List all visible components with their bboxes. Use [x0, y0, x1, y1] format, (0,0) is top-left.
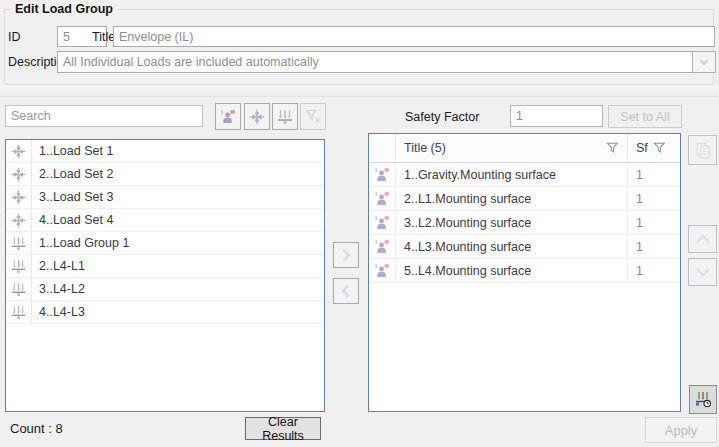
apply-button[interactable]: Apply: [645, 417, 717, 443]
load-group-icon: [11, 236, 26, 251]
list-item-label: 4..L4-L3: [32, 305, 85, 319]
chevron-left-icon: [338, 283, 354, 299]
row-title: 4..L3.Mounting surface: [396, 240, 627, 254]
set-to-all-button[interactable]: Set to All: [608, 105, 682, 128]
list-item[interactable]: 1..Load Set 1: [6, 140, 324, 163]
description-dropdown-button[interactable]: [692, 51, 716, 73]
count-label: Count : 8: [10, 421, 63, 436]
row-sf-value[interactable]: 1: [627, 187, 680, 210]
row-title: 1..Gravity.Mounting surface: [396, 168, 627, 182]
table-row[interactable]: 3..L2.Mounting surface 1: [369, 211, 680, 235]
groupbox-legend: Edit Load Group: [10, 2, 118, 16]
filter-clear-icon: [305, 109, 322, 125]
row-title: 5..L4.Mounting surface: [396, 264, 627, 278]
load-group-icon: [11, 259, 26, 274]
edit-load-group-groupbox: [4, 9, 714, 85]
list-item[interactable]: 1..Load Group 1: [6, 232, 324, 255]
list-item-label: 3..L4-L2: [32, 282, 85, 296]
copy-button[interactable]: [688, 135, 717, 165]
clear-results-button[interactable]: Clear Results: [245, 417, 321, 440]
title-field[interactable]: [113, 26, 715, 47]
row-sf-value[interactable]: 1: [627, 259, 680, 282]
load-group-filter-button[interactable]: [272, 103, 298, 130]
load-set-filter-button[interactable]: [244, 103, 270, 130]
chevron-down-icon: [697, 55, 711, 69]
list-item-label: 4..Load Set 4: [32, 213, 113, 227]
row-sf-value[interactable]: 1: [627, 235, 680, 258]
table-row[interactable]: 4..L3.Mounting surface 1: [369, 235, 680, 259]
person-load-icon: [374, 239, 390, 255]
filter-funnel-icon[interactable]: [653, 142, 666, 154]
safety-factor-input[interactable]: [510, 105, 603, 127]
table-row[interactable]: 1..Gravity.Mounting surface 1: [369, 163, 680, 187]
load-set-icon: [11, 144, 26, 159]
clipboard-copy-icon: [694, 141, 712, 159]
list-item[interactable]: 4..L4-L3: [6, 301, 324, 324]
table-row[interactable]: 5..L4.Mounting surface 1: [369, 259, 680, 283]
chevron-right-icon: [338, 247, 354, 263]
id-label: ID: [8, 30, 21, 44]
description-field[interactable]: [57, 51, 693, 73]
list-item[interactable]: 3..L4-L2: [6, 278, 324, 301]
person-load-icon: [374, 191, 390, 207]
list-item-label: 1..Load Set 1: [32, 144, 113, 158]
row-sf-value[interactable]: 1: [627, 211, 680, 234]
load-set-icon: [11, 190, 26, 205]
list-item[interactable]: 4..Load Set 4: [6, 209, 324, 232]
load-group-results-button[interactable]: [689, 385, 717, 414]
load-group-clock-icon: [695, 391, 712, 408]
move-up-button[interactable]: [688, 225, 717, 253]
table-header: Title (5) Sf: [369, 134, 680, 163]
row-sf-value[interactable]: 1: [627, 163, 680, 186]
clear-filter-button[interactable]: [300, 103, 326, 130]
load-group-icon: [11, 305, 26, 320]
load-group-icon: [11, 282, 26, 297]
table-row[interactable]: 2..L1.Mounting surface 1: [369, 187, 680, 211]
list-item-label: 2..L4-L1: [32, 259, 85, 273]
title-label: Title: [92, 30, 115, 44]
edit-load-group-dialog: Edit Load Group ID Title Description: [0, 0, 719, 447]
icon-column-header: [369, 134, 396, 162]
search-input[interactable]: [5, 105, 203, 127]
list-item-label: 1..Load Group 1: [32, 236, 129, 250]
person-load-icon: [374, 263, 390, 279]
list-item[interactable]: 2..L4-L1: [6, 255, 324, 278]
safety-factor-label: Safety Factor: [405, 110, 479, 124]
add-to-group-button[interactable]: [333, 242, 359, 268]
sf-column-header[interactable]: Sf: [627, 134, 680, 162]
table-body: 1..Gravity.Mounting surface 1: [369, 163, 680, 283]
person-load-icon: [374, 215, 390, 231]
chevron-up-icon: [694, 232, 712, 246]
load-set-icon: [11, 213, 26, 228]
filter-funnel-icon[interactable]: [606, 142, 619, 154]
available-loads-list[interactable]: 1..Load Set 1: [5, 139, 325, 412]
load-set-icon: [11, 167, 26, 182]
list-item[interactable]: 2..Load Set 2: [6, 163, 324, 186]
move-down-button[interactable]: [688, 258, 717, 286]
person-gravity-icon: [220, 109, 236, 125]
load-set-icon: [249, 109, 265, 125]
list-item-label: 3..Load Set 3: [32, 190, 113, 204]
gravity-load-button[interactable]: [215, 103, 241, 130]
group-loads-table[interactable]: Title (5) Sf: [368, 133, 681, 412]
list-item-label: 2..Load Set 2: [32, 167, 113, 181]
row-title: 3..L2.Mounting surface: [396, 216, 627, 230]
list-item[interactable]: 3..Load Set 3: [6, 186, 324, 209]
chevron-down-icon: [694, 265, 712, 279]
person-load-icon: [374, 167, 390, 183]
row-title: 2..L1.Mounting surface: [396, 192, 627, 206]
remove-from-group-button[interactable]: [333, 278, 359, 304]
title-column-header[interactable]: Title (5): [396, 134, 627, 162]
load-group-icon: [277, 109, 293, 125]
section-divider: [0, 86, 719, 97]
